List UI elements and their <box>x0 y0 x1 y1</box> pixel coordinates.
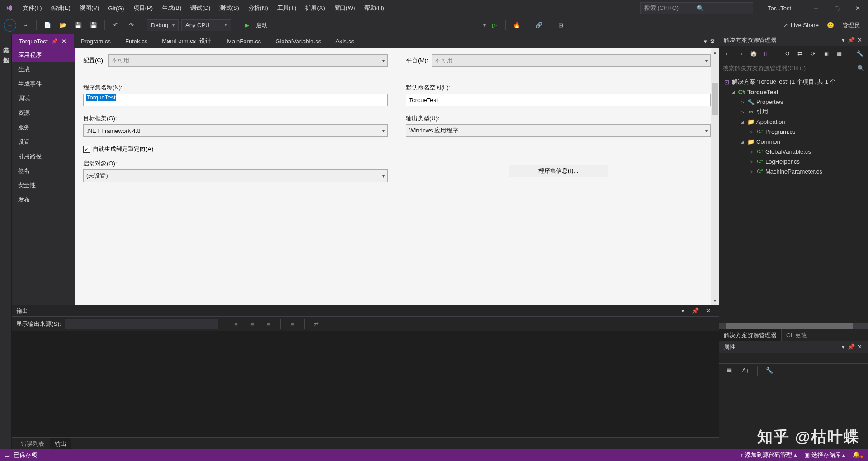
output-prev-icon[interactable]: ≡ <box>230 318 242 330</box>
menu-help[interactable]: 帮助(H) <box>360 0 389 16</box>
sol-collapse-icon[interactable]: ▣ <box>821 47 831 60</box>
tab-mainform-design[interactable]: MainForm.cs [设计] <box>155 34 220 48</box>
output-clear-icon[interactable]: ≡ <box>262 318 275 330</box>
expand-icon[interactable]: ▷ <box>748 129 755 134</box>
nav-forward-button[interactable]: → <box>19 19 32 32</box>
config-combo[interactable]: Debug▾ <box>147 19 179 31</box>
close-button[interactable]: ✕ <box>847 0 868 16</box>
status-notifications-icon[interactable]: 🔔● <box>853 451 863 460</box>
global-search-box[interactable]: 搜索 (Ctrl+Q) 🔍 <box>640 2 753 14</box>
nav-settings[interactable]: 设置 <box>12 135 75 149</box>
save-button[interactable]: 💾 <box>72 19 85 32</box>
tree-loghelper-cs[interactable]: ▷ C# LogHelper.cs <box>719 156 868 166</box>
tab-program[interactable]: Program.cs <box>74 34 118 48</box>
tree-globalvariable-cs[interactable]: ▷ C# GlobalVariable.cs <box>719 146 868 156</box>
status-source-control[interactable]: ↑添加到源代码管理 ▴ <box>740 451 797 459</box>
output-body[interactable] <box>12 331 719 437</box>
tab-torquetest[interactable]: TorqueTest 📌 ✕ <box>12 34 74 48</box>
props-close-icon[interactable]: ✕ <box>855 341 863 353</box>
menu-test[interactable]: 测试(S) <box>215 0 243 16</box>
tree-solution-root[interactable]: ⊡ 解决方案 'TorqueTest' (1 个项目, 共 1 个 <box>719 77 868 87</box>
scroll-thumb[interactable] <box>712 83 718 115</box>
sol-properties-icon[interactable]: 🔧 <box>855 47 864 60</box>
tree-references[interactable]: ▷ ▫▫ 引用 <box>719 107 868 117</box>
tab-futek[interactable]: Futek.cs <box>118 34 155 48</box>
solution-search-input[interactable] <box>723 65 857 71</box>
tabs-settings-icon[interactable]: ⚙ <box>710 38 715 45</box>
start-dropdown[interactable]: ▾ <box>483 23 486 28</box>
output-wrap-icon[interactable]: ≡ <box>286 318 299 330</box>
properties-grid[interactable] <box>719 377 868 449</box>
menu-analyze[interactable]: 分析(N) <box>244 0 273 16</box>
props-events-icon[interactable]: 🔧 <box>763 364 776 377</box>
nav-services[interactable]: 服务 <box>12 120 75 135</box>
nav-publish[interactable]: 发布 <box>12 193 75 207</box>
tab-error-list[interactable]: 错误列表 <box>16 438 49 449</box>
browser-link-icon[interactable]: 🔗 <box>533 19 545 32</box>
nav-signing[interactable]: 签名 <box>12 164 75 178</box>
pin-icon[interactable]: 📌 <box>52 38 58 44</box>
hot-reload-icon[interactable]: 🔥 <box>510 19 523 32</box>
tab-axis[interactable]: Axis.cs <box>328 34 361 48</box>
solution-hscroll[interactable] <box>719 323 868 329</box>
output-type-select[interactable]: Windows 应用程序▾ <box>406 124 711 137</box>
properties-object-combo[interactable] <box>719 353 868 364</box>
undo-button[interactable]: ↶ <box>109 19 122 32</box>
start-no-debug-button[interactable]: ▷ <box>488 19 501 32</box>
sidebar-datasource-tab[interactable]: 数据源 <box>0 48 12 58</box>
tab-mainform[interactable]: MainForm.cs <box>220 34 268 48</box>
nav-back-button[interactable]: ← <box>4 19 16 32</box>
sol-showall-icon[interactable]: ▦ <box>835 47 844 60</box>
expand-icon[interactable]: ▷ <box>748 169 755 174</box>
menu-tools[interactable]: 工具(T) <box>273 0 301 16</box>
scroll-down-icon[interactable]: ▾ <box>712 297 718 304</box>
new-project-button[interactable]: 📄 <box>41 19 54 32</box>
output-source-combo[interactable] <box>65 319 218 329</box>
tree-project[interactable]: ◢ C# TorqueTest <box>719 87 868 97</box>
namespace-input[interactable] <box>406 94 711 106</box>
menu-file[interactable]: 文件(F) <box>18 0 47 16</box>
tab-globalvariable[interactable]: GlobalVariable.cs <box>268 34 328 48</box>
menu-extensions[interactable]: 扩展(X) <box>301 0 329 16</box>
expand-icon[interactable]: ▷ <box>739 109 745 114</box>
tab-solution-explorer[interactable]: 解决方案资源管理器 <box>719 329 782 341</box>
close-tab-icon[interactable]: ✕ <box>61 38 66 45</box>
sol-fwd-icon[interactable]: → <box>736 47 745 60</box>
tree-program-cs[interactable]: ▷ C# Program.cs <box>719 127 868 136</box>
platform-combo[interactable]: Any CPU▾ <box>181 19 231 31</box>
menu-build[interactable]: 生成(B) <box>157 0 186 16</box>
menu-view[interactable]: 视图(V) <box>75 0 104 16</box>
framework-select[interactable]: .NET Framework 4.8▾ <box>83 124 388 137</box>
expand-icon[interactable]: ◢ <box>730 89 736 94</box>
menu-debug[interactable]: 调试(D) <box>186 0 215 16</box>
menu-project[interactable]: 项目(P) <box>129 0 157 16</box>
feedback-icon[interactable]: 🙂 <box>824 19 837 32</box>
tab-git-changes[interactable]: Git 更改 <box>782 329 811 341</box>
nav-build-events[interactable]: 生成事件 <box>12 77 75 91</box>
output-next-icon[interactable]: ≡ <box>246 318 259 330</box>
tabs-overflow-icon[interactable]: ▾ <box>704 38 707 45</box>
props-pin-icon[interactable]: 📌 <box>847 341 855 353</box>
start-debug-button[interactable]: ▶ <box>241 19 253 32</box>
assembly-name-input[interactable]: TorqueTest <box>83 94 388 106</box>
maximize-button[interactable]: ▢ <box>826 0 847 16</box>
save-all-button[interactable]: 💾 <box>87 19 100 32</box>
startup-object-select[interactable]: (未设置)▾ <box>83 169 388 182</box>
nav-security[interactable]: 安全性 <box>12 178 75 193</box>
sidebar-toolbox-tab[interactable]: 工具箱 <box>0 38 12 48</box>
menu-git[interactable]: Git(G) <box>104 0 128 16</box>
assembly-info-button[interactable]: 程序集信息(I)... <box>509 165 608 177</box>
minimize-button[interactable]: ─ <box>806 0 826 16</box>
redo-button[interactable]: ↷ <box>125 19 137 32</box>
output-pin-icon[interactable]: 📌 <box>689 305 702 317</box>
output-dropdown-icon[interactable]: ▾ <box>676 305 689 317</box>
nav-debug[interactable]: 调试 <box>12 91 75 106</box>
sol-refresh-icon[interactable]: ⟳ <box>808 47 818 60</box>
props-categorized-icon[interactable]: ▤ <box>723 364 736 377</box>
open-folder-icon[interactable]: 📂 <box>57 19 69 32</box>
panel-pin-icon[interactable]: 📌 <box>847 34 855 47</box>
sol-switch-views-icon[interactable]: ◫ <box>762 47 771 60</box>
sol-back-icon[interactable]: ← <box>723 47 732 60</box>
tree-folder-application[interactable]: ◢ 📁 Application <box>719 117 868 127</box>
sol-sync-icon[interactable]: ⇄ <box>795 47 805 60</box>
